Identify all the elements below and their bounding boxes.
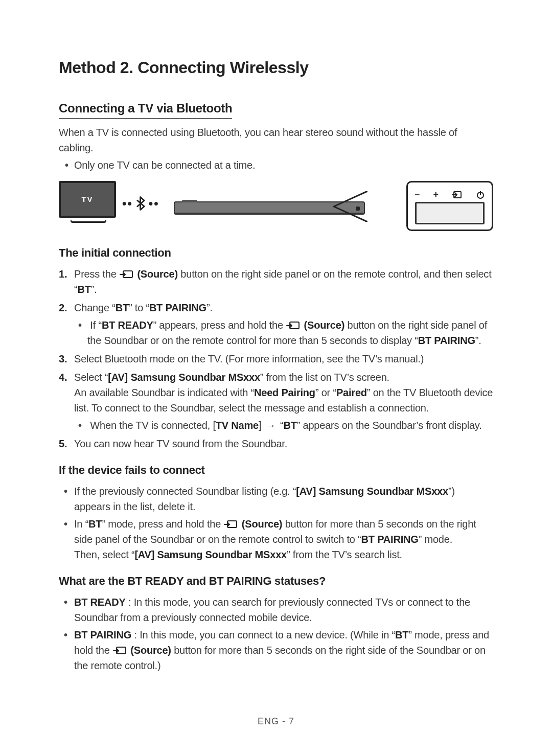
status-bt-pairing: BT PAIRING : In this mode, you can conne… <box>74 627 493 673</box>
section-intro: When a TV is connected using Bluetooth, … <box>59 125 493 155</box>
source-icon <box>119 269 134 280</box>
diagram-tv: TV <box>59 181 118 230</box>
connection-diagram: TV •• •• – + <box>59 181 493 232</box>
fails-bullet-2: In “BT” mode, press and hold the (Source… <box>74 516 493 562</box>
panel-vol-up-icon: + <box>433 188 439 201</box>
heading-statuses: What are the BT READY and BT PAIRING sta… <box>59 572 493 589</box>
section-heading-bluetooth: Connecting a TV via Bluetooth <box>59 99 232 119</box>
status-bt-ready: BT READY : In this mode, you can search … <box>74 594 493 625</box>
step-3: Select Bluetooth mode on the TV. (For mo… <box>59 351 493 366</box>
step-1: Press the (Source) button on the right s… <box>59 266 493 297</box>
source-icon <box>223 519 239 530</box>
panel-source-icon <box>452 190 462 199</box>
bluetooth-icon: •• •• <box>122 194 159 213</box>
step-2: Change “BT” to “BT PAIRING”. If “BT READ… <box>59 300 493 348</box>
step-5: You can now hear TV sound from the Sound… <box>59 436 493 451</box>
step-2-sub: If “BT READY” appears, press and hold th… <box>87 317 493 348</box>
step-4-sub: When the TV is connected, [TV Name] → “B… <box>87 418 493 433</box>
step-4: Select “[AV] Samsung Soundbar MSxxx” fro… <box>59 370 493 433</box>
source-icon <box>112 646 128 656</box>
arrow-right-icon: → <box>266 418 276 433</box>
diagram-tv-label: TV <box>59 181 116 218</box>
panel-power-icon <box>476 190 485 199</box>
panel-vol-down-icon: – <box>415 188 420 201</box>
diagram-side-panel: – + <box>367 181 493 232</box>
note-one-tv: Only one TV can be connected at a time. <box>74 157 493 173</box>
heading-fails-to-connect: If the device fails to connect <box>59 462 493 478</box>
heading-initial-connection: The initial connection <box>59 244 493 261</box>
page-footer: ENG - 7 <box>0 715 552 728</box>
page-title: Method 2. Connecting Wirelessly <box>59 55 493 80</box>
fails-bullet-1: If the previously connected Soundbar lis… <box>74 484 493 514</box>
source-icon <box>286 320 301 331</box>
